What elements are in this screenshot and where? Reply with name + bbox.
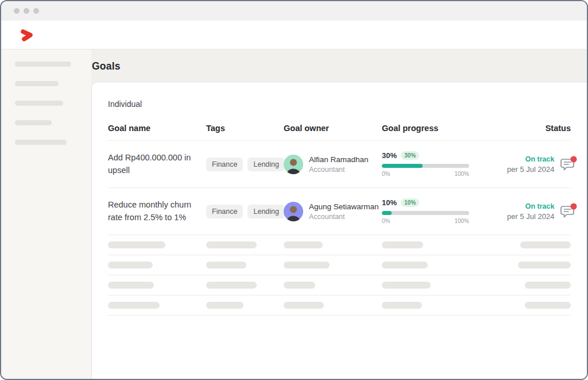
skeleton-pill [284,282,315,289]
skeleton-cell [382,241,507,248]
skeleton-cell [284,262,382,268]
skeleton-pill [382,262,428,268]
skeleton-cell [108,262,206,268]
goal-owner: Agung Setiawarman Accountant [284,202,382,221]
status-date: per 5 Jul 2024 [507,212,554,221]
section-label: Individual [108,99,571,109]
tag-pill: Finance [206,158,243,171]
progress-value: 10% [382,198,397,207]
skeleton-cell [284,302,382,309]
skeleton-pill [108,262,153,268]
sidebar-skeleton-item [15,81,59,86]
owner-name: Agung Setiawarman [309,202,379,211]
skeleton-pill [382,241,423,248]
table-header-row: Goal nameTagsGoal ownerGoal progressStat… [108,124,571,141]
comments-button[interactable] [559,203,577,220]
skeleton-cell [108,302,206,309]
progress-bar-fill [382,211,392,215]
skeleton-pill [284,241,323,248]
column-header: Goal owner [284,124,382,133]
skeleton-row [108,295,571,316]
progress-min-label: 0% [382,218,390,224]
skeleton-cell [284,282,382,289]
goal-status: On track per 5 Jul 2024 [507,155,577,174]
window-control-dot[interactable] [33,8,39,14]
skeleton-pill [206,241,257,248]
goals-table-body: Add Rp400.000.000 in upsell FinanceLendi… [108,141,571,316]
sidebar [1,49,91,379]
window-titlebar [1,1,587,21]
progress-badge: 10% [401,198,419,207]
main-area: Goals Individual Goal nameTagsGoal owner… [91,49,587,379]
progress-max-label: 100% [454,171,469,177]
app-window: Goals Individual Goal nameTagsGoal owner… [0,0,588,380]
skeleton-cell [507,241,571,248]
notification-dot [571,156,577,163]
column-header: Tags [206,124,284,133]
avatar [284,155,303,174]
skeleton-pill [382,302,422,309]
skeleton-pill [206,262,246,268]
goal-tags: FinanceLending [206,158,284,171]
goal-name: Reduce monthly churn rate from 2.5% to 1… [108,199,206,223]
skeleton-pill [284,262,330,268]
owner-name: Alfian Ramadhan [309,155,369,164]
progress-badge: 30% [401,151,419,160]
skeleton-cell [507,282,571,289]
brand-logo-icon[interactable] [18,28,36,43]
sidebar-skeleton-item [15,101,63,106]
sidebar-skeleton-item [15,140,67,145]
skeleton-cell [206,262,284,268]
skeleton-cell [284,241,382,248]
brand-header [1,21,587,49]
page-title: Goals [91,60,587,72]
comments-button[interactable] [559,156,577,172]
progress-bar [382,164,469,168]
skeleton-cell [108,282,206,289]
skeleton-row [108,255,571,275]
goal-row[interactable]: Reduce monthly churn rate from 2.5% to 1… [108,188,571,235]
progress-value: 30% [382,151,397,160]
skeleton-pill [206,282,257,289]
status-date: per 5 Jul 2024 [507,165,554,174]
column-header: Status [507,124,571,133]
skeleton-pill [525,282,571,289]
skeleton-cell [206,302,284,309]
goal-status: On track per 5 Jul 2024 [507,202,577,221]
skeleton-cell [206,282,284,289]
comment-bubble-icon [559,166,577,174]
sidebar-skeleton-item [15,120,52,125]
progress-max-label: 100% [454,218,469,224]
tag-pill: Lending [247,205,285,218]
comment-bubble-icon [559,213,577,221]
progress-bar [382,211,469,215]
goal-row[interactable]: Add Rp400.000.000 in upsell FinanceLendi… [108,141,571,188]
status-label: On track [507,155,554,163]
skeleton-pill [108,241,165,248]
skeleton-cell [507,262,571,268]
skeleton-cell [206,241,284,248]
goal-progress: 10% 10% 0% 100% [382,198,507,224]
status-label: On track [507,202,554,210]
goal-tags: FinanceLending [206,205,284,218]
skeleton-pill [382,282,431,289]
sidebar-skeleton-item [15,62,71,67]
skeleton-pill [525,302,571,309]
column-header: Goal progress [382,124,507,133]
tag-pill: Lending [247,158,285,171]
owner-role: Accountant [309,213,379,221]
goal-owner: Alfian Ramadhan Accountant [284,155,382,174]
skeleton-pill [108,282,154,289]
avatar [284,202,303,221]
goals-card: Individual Goal nameTagsGoal ownerGoal p… [91,82,587,379]
window-control-dot[interactable] [14,8,20,14]
goal-name: Add Rp400.000.000 in upsell [108,152,206,176]
progress-bar-fill [382,164,423,168]
owner-role: Accountant [309,166,369,174]
window-control-dot[interactable] [24,8,29,14]
progress-min-label: 0% [382,171,390,177]
skeleton-pill [284,302,324,309]
content-area: Goals Individual Goal nameTagsGoal owner… [1,49,587,379]
skeleton-pill [518,262,571,268]
skeleton-row [108,275,571,295]
